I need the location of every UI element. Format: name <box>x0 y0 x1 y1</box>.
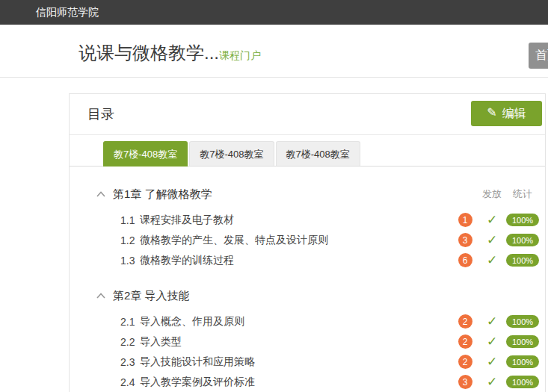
section-row: 2.2 导入类型 2 ✓ 100% <box>70 332 545 352</box>
catalog-card: 目录 ✎ 编辑 教7楼-408教室 教7楼-408教室 教7楼-408教室 第1… <box>69 93 546 392</box>
section-row: 2.1 导入概念、作用及原则 2 ✓ 100% <box>70 311 545 332</box>
section-row: 1.3 微格教学的训练过程 6 ✓ 100% <box>70 250 545 270</box>
catalog-card-header: 目录 ✎ 编辑 <box>70 94 545 135</box>
chapter-header: 第2章 导入技能 <box>70 287 545 305</box>
task-count-badge: 6 <box>458 253 472 267</box>
section-row: 1.2 微格教学的产生、发展、特点及设计原则 3 ✓ 100% <box>70 230 545 250</box>
section-row: 2.3 导入技能设计和应用策略 2 ✓ 100% <box>70 352 545 372</box>
chapter-header: 第1章 了解微格教学 发放 统计 <box>70 185 545 203</box>
collapse-chevron-icon[interactable] <box>96 191 105 197</box>
section-title[interactable]: 导入概念、作用及原则 <box>140 315 452 329</box>
chapter-section-2: 第2章 导入技能 2.1 导入概念、作用及原则 2 ✓ 100% 2.2 导入类… <box>70 287 545 392</box>
column-stats: 统计 <box>505 187 540 201</box>
chapter-title[interactable]: 第1章 了解微格教学 <box>113 187 452 202</box>
chapter-rows: 1.1 课程安排及电子教材 1 ✓ 100% 1.2 微格教学的产生、发展、特点… <box>70 210 545 270</box>
distribute-check-icon[interactable]: ✓ <box>487 214 497 226</box>
progress-badge[interactable]: 100% <box>506 335 539 348</box>
progress-badge[interactable]: 100% <box>506 254 539 267</box>
section-title[interactable]: 导入类型 <box>140 335 452 349</box>
task-count-badge: 2 <box>458 355 472 369</box>
progress-badge[interactable]: 100% <box>506 376 539 388</box>
distribute-check-icon[interactable]: ✓ <box>487 315 497 328</box>
top-navbar: 信阳师范学院 <box>0 0 548 25</box>
tab-classroom-1[interactable]: 教7楼-408教室 <box>103 141 188 167</box>
distribute-check-icon[interactable]: ✓ <box>487 355 497 368</box>
progress-badge[interactable]: 100% <box>506 355 539 368</box>
school-name: 信阳师范学院 <box>36 6 99 19</box>
section-title[interactable]: 微格教学的训练过程 <box>140 254 452 267</box>
chapter-section-1: 第1章 了解微格教学 发放 统计 1.1 课程安排及电子教材 1 ✓ 100% … <box>70 185 545 270</box>
task-count-badge: 2 <box>458 335 472 349</box>
task-count-badge: 3 <box>458 375 472 389</box>
section-number: 2.4 <box>120 376 140 388</box>
distribute-check-icon[interactable]: ✓ <box>487 376 497 388</box>
course-title: 说课与微格教学... <box>78 41 219 65</box>
course-header: 说课与微格教学...课程门户 首页 <box>0 25 548 78</box>
section-number: 2.2 <box>120 336 140 348</box>
distribute-check-icon[interactable]: ✓ <box>487 234 497 246</box>
chapter-rows: 2.1 导入概念、作用及原则 2 ✓ 100% 2.2 导入类型 2 ✓ 100… <box>70 311 545 392</box>
task-count-badge: 2 <box>458 314 472 329</box>
section-number: 1.2 <box>120 234 140 246</box>
tab-classroom-3[interactable]: 教7楼-408教室 <box>276 141 360 166</box>
progress-badge[interactable]: 100% <box>506 234 539 246</box>
section-title[interactable]: 导入技能设计和应用策略 <box>140 355 452 369</box>
column-headers: 发放 统计 <box>452 187 540 201</box>
progress-badge[interactable]: 100% <box>506 315 539 328</box>
edit-button[interactable]: ✎ 编辑 <box>471 101 542 126</box>
home-button[interactable]: 首页 <box>529 43 548 69</box>
section-row: 1.1 课程安排及电子教材 1 ✓ 100% <box>70 210 545 230</box>
task-count-badge: 3 <box>458 233 472 247</box>
section-number: 2.3 <box>120 356 140 368</box>
section-title[interactable]: 课程安排及电子教材 <box>140 214 452 227</box>
section-row: 2.4 导入教学案例及评价标准 3 ✓ 100% <box>70 372 545 392</box>
course-portal-link[interactable]: 课程门户 <box>219 49 261 63</box>
task-count-badge: 1 <box>458 213 472 227</box>
column-distribute: 发放 <box>478 187 505 201</box>
edit-button-label: 编辑 <box>502 106 526 122</box>
catalog-title: 目录 <box>87 105 114 123</box>
classroom-tabs: 教7楼-408教室 教7楼-408教室 教7楼-408教室 <box>70 141 545 167</box>
section-title[interactable]: 导入教学案例及评价标准 <box>140 376 452 389</box>
section-title[interactable]: 微格教学的产生、发展、特点及设计原则 <box>140 234 452 247</box>
section-number: 1.1 <box>120 214 140 226</box>
pencil-icon: ✎ <box>487 107 496 119</box>
progress-badge[interactable]: 100% <box>506 214 539 226</box>
distribute-check-icon[interactable]: ✓ <box>487 254 497 267</box>
collapse-chevron-icon[interactable] <box>96 293 105 299</box>
distribute-check-icon[interactable]: ✓ <box>487 335 497 348</box>
tab-classroom-2[interactable]: 教7楼-408教室 <box>189 141 274 166</box>
chapter-title[interactable]: 第2章 导入技能 <box>113 289 545 303</box>
section-number: 2.1 <box>120 316 140 328</box>
section-number: 1.3 <box>120 255 140 267</box>
